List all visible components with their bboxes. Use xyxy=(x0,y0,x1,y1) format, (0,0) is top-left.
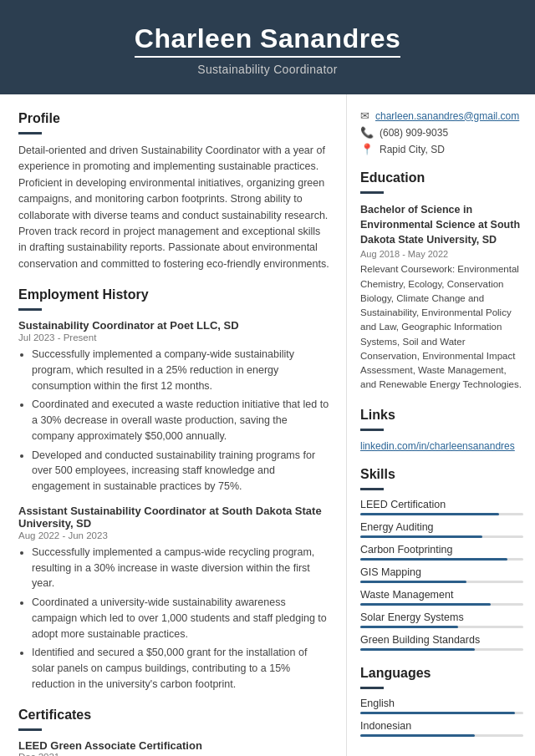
skill-bar-fill xyxy=(360,535,482,538)
skill-item: Energy Auditing xyxy=(360,521,523,538)
skill-bar-fill xyxy=(360,581,466,583)
email-link[interactable]: charleen.sanandres@gmail.com xyxy=(375,110,519,122)
skill-bar-bg xyxy=(360,603,523,606)
phone-icon: 📞 xyxy=(360,126,374,139)
contact-email: ✉ charleen.sanandres@gmail.com xyxy=(360,109,523,122)
languages-title: Languages xyxy=(360,666,523,682)
job-1-bullet-1: Successfully implemented a company-wide … xyxy=(32,347,329,393)
skill-bar-fill xyxy=(360,626,458,628)
cert-1-name: LEED Green Associate Certification xyxy=(18,739,329,752)
contact-section: ✉ charleen.sanandres@gmail.com 📞 (608) 9… xyxy=(360,109,523,155)
job-2-bullets: Successfully implemented a campus-wide r… xyxy=(18,545,329,693)
employment-divider xyxy=(18,308,42,311)
language-name: English xyxy=(360,698,523,709)
language-name: Indonesian xyxy=(360,720,523,732)
edu-degree: Bachelor of Science in Environmental Sci… xyxy=(360,202,523,247)
skill-item: GIS Mapping xyxy=(360,566,523,583)
skill-item: Carbon Footprinting xyxy=(360,544,523,561)
header: Charleen Sanandres Sustainability Coordi… xyxy=(0,0,535,94)
job-1-bullet-2: Coordinated and executed a waste reducti… xyxy=(32,397,329,444)
linkedin-link[interactable]: linkedin.com/in/charleensanandres xyxy=(360,440,515,452)
job-2-bullet-2: Coordinated a university-wide sustainabi… xyxy=(32,595,329,642)
skill-item: Waste Management xyxy=(360,589,523,606)
skill-bar-fill xyxy=(360,513,499,515)
job-1-bullets: Successfully implemented a company-wide … xyxy=(18,347,329,495)
profile-title: Profile xyxy=(18,111,329,128)
skill-bar-fill xyxy=(360,558,507,561)
skill-name: Green Building Standards xyxy=(360,634,523,646)
profile-divider xyxy=(18,132,42,134)
skill-item: LEED Certification xyxy=(360,499,523,515)
body-wrapper: Profile Detail-oriented and driven Susta… xyxy=(0,94,535,756)
skill-name: LEED Certification xyxy=(360,499,523,510)
links-divider xyxy=(360,429,384,431)
skill-bar-fill xyxy=(360,603,491,606)
employment-title: Employment History xyxy=(18,287,329,304)
employment-section: Employment History Sustainability Coordi… xyxy=(18,287,329,693)
skill-name: Solar Energy Systems xyxy=(360,611,523,623)
edu-coursework: Relevant Coursework: Environmental Chemi… xyxy=(360,262,523,392)
education-section: Education Bachelor of Science in Environ… xyxy=(360,170,523,393)
job-2-bullet-3: Identified and secured a $50,000 grant f… xyxy=(32,645,329,692)
skill-bar-bg xyxy=(360,558,523,561)
skill-bar-fill xyxy=(360,648,475,651)
location-icon: 📍 xyxy=(360,143,374,155)
skill-bar-bg xyxy=(360,626,523,628)
certificates-section: Certificates LEED Green Associate Certif… xyxy=(18,708,329,757)
language-bar-fill xyxy=(360,712,515,714)
contact-location: 📍 Rapid City, SD xyxy=(360,143,523,155)
education-divider xyxy=(360,191,384,194)
languages-divider xyxy=(360,687,384,689)
skills-title: Skills xyxy=(360,467,523,484)
languages-section: Languages English Indonesian xyxy=(360,666,523,737)
certificates-title: Certificates xyxy=(18,708,329,724)
skill-bar-bg xyxy=(360,648,523,651)
cert-1: LEED Green Associate Certification Dec 2… xyxy=(18,739,329,757)
job-2-title: Assistant Sustainability Coordinator at … xyxy=(18,505,329,530)
skill-name: Waste Management xyxy=(360,589,523,601)
language-bar-bg xyxy=(360,734,523,737)
skill-item: Green Building Standards xyxy=(360,634,523,651)
profile-text: Detail-oriented and driven Sustainabilit… xyxy=(18,143,329,272)
edu-dates: Aug 2018 - May 2022 xyxy=(360,249,523,259)
skill-name: Energy Auditing xyxy=(360,521,523,533)
full-name: Charleen Sanandres xyxy=(135,23,400,58)
job-1-bullet-3: Developed and conducted sustainability t… xyxy=(32,448,329,495)
job-1: Sustainability Coordinator at Poet LLC, … xyxy=(18,319,329,495)
skill-item: Solar Energy Systems xyxy=(360,611,523,628)
skills-list: LEED Certification Energy Auditing Carbo… xyxy=(360,499,523,651)
job-2-bullet-1: Successfully implemented a campus-wide r… xyxy=(32,545,329,591)
contact-phone: 📞 (608) 909-9035 xyxy=(360,126,523,139)
right-column: ✉ charleen.sanandres@gmail.com 📞 (608) 9… xyxy=(347,94,535,756)
skill-name: Carbon Footprinting xyxy=(360,544,523,556)
skill-bar-bg xyxy=(360,581,523,583)
phone-number: (608) 909-9035 xyxy=(380,127,448,139)
skills-divider xyxy=(360,488,384,490)
education-title: Education xyxy=(360,170,523,187)
languages-list: English Indonesian xyxy=(360,698,523,737)
skill-name: GIS Mapping xyxy=(360,566,523,578)
job-title: Sustainability Coordinator xyxy=(17,63,518,76)
language-item: Indonesian xyxy=(360,720,523,737)
job-1-dates: Jul 2023 - Present xyxy=(18,332,329,342)
language-bar-fill xyxy=(360,734,475,737)
language-bar-bg xyxy=(360,712,523,714)
location-text: Rapid City, SD xyxy=(380,144,445,155)
skills-section: Skills LEED Certification Energy Auditin… xyxy=(360,467,523,651)
email-icon: ✉ xyxy=(360,109,369,122)
language-item: English xyxy=(360,698,523,714)
profile-section: Profile Detail-oriented and driven Susta… xyxy=(18,111,329,272)
skill-bar-bg xyxy=(360,513,523,515)
links-section: Links linkedin.com/in/charleensanandres xyxy=(360,408,523,452)
links-title: Links xyxy=(360,408,523,424)
cert-1-date: Dec 2021 xyxy=(18,752,329,757)
left-column: Profile Detail-oriented and driven Susta… xyxy=(0,94,347,756)
certificates-divider xyxy=(18,728,42,731)
job-2-dates: Aug 2022 - Jun 2023 xyxy=(18,530,329,540)
skill-bar-bg xyxy=(360,535,523,538)
job-1-title: Sustainability Coordinator at Poet LLC, … xyxy=(18,319,329,332)
job-2: Assistant Sustainability Coordinator at … xyxy=(18,505,329,693)
